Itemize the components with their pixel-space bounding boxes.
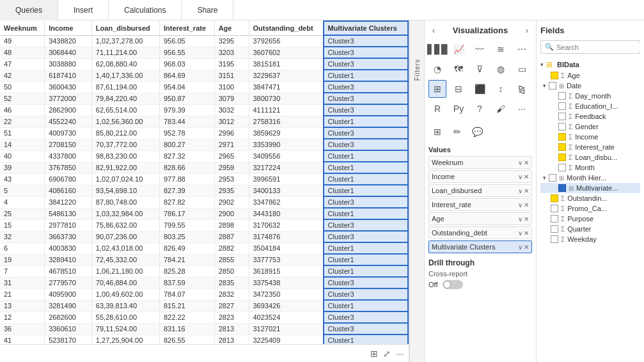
field-item[interactable]: ΣPurpose xyxy=(540,214,640,224)
field-item[interactable]: ΣIncome xyxy=(540,132,640,142)
viz-icon-ribbon[interactable]: ≋ xyxy=(492,40,510,58)
filter-icon[interactable]: ⊞ xyxy=(370,349,378,359)
viz-icon-card[interactable]: ▭ xyxy=(513,60,531,78)
viz-icon-bar[interactable]: ▋▊▉ xyxy=(428,40,446,58)
values-item[interactable]: Weeknum ∨ ✕ xyxy=(428,156,532,169)
table-cell: 14 xyxy=(0,139,45,150)
viz-icon-scatter[interactable]: ⋯ xyxy=(513,40,531,58)
field-checkbox[interactable] xyxy=(558,143,566,151)
viz-icon-waterfall[interactable]: ↕ xyxy=(492,80,510,98)
table-row: 4261874101,40,17,336.00864.6931513229637… xyxy=(0,70,408,81)
viz-back-chevron[interactable]: ‹ xyxy=(428,26,439,35)
viz-icon-qna[interactable]: ? xyxy=(471,100,489,118)
field-checkbox[interactable] xyxy=(558,102,566,110)
field-checkbox[interactable] xyxy=(558,153,566,161)
field-item[interactable]: ΣInterest_rate xyxy=(540,142,640,152)
field-checkbox[interactable] xyxy=(558,113,566,120)
toggle-switch[interactable] xyxy=(443,280,463,289)
viz-icon-gauge[interactable]: ◍ xyxy=(492,60,510,78)
field-item[interactable]: ΣMonth xyxy=(540,162,640,173)
viz-icon-area[interactable]: 〰 xyxy=(471,40,489,58)
viz-icon-pie[interactable]: ◔ xyxy=(428,60,446,78)
viz-icon-map[interactable]: 🗺 xyxy=(450,60,467,78)
field-checkbox[interactable] xyxy=(558,164,566,171)
field-checkbox[interactable] xyxy=(558,133,566,141)
table-cell: 52 xyxy=(0,93,45,104)
table-cell: 3607602 xyxy=(249,47,324,58)
field-item[interactable]: ΣWeekday xyxy=(540,234,640,244)
viz-icon-py[interactable]: Py xyxy=(450,100,467,118)
field-item[interactable]: ΣFeedback xyxy=(540,111,640,122)
data-table-wrapper[interactable]: Weeknum Income Loan_disbursed Interest_r… xyxy=(0,20,409,344)
nav-insert[interactable]: Insert xyxy=(58,0,109,20)
viz-icon-format[interactable]: 🖌 xyxy=(492,100,510,118)
field-item[interactable]: ⊞Multivariate... xyxy=(540,183,640,193)
values-item[interactable]: Loan_disbursed ∨ ✕ xyxy=(428,184,532,197)
table-cell: Cluster1 xyxy=(324,185,408,196)
table-cell: 3618915 xyxy=(249,265,324,277)
field-checkbox[interactable] xyxy=(551,235,558,243)
nav-calculations[interactable]: Calculations xyxy=(109,0,182,20)
viz-icon-combo[interactable]: ⧎ xyxy=(513,80,531,98)
viz-icon-funnel[interactable]: ⊽ xyxy=(471,60,489,78)
values-item-label: Interest_rate xyxy=(432,201,518,209)
field-item[interactable]: ΣEducation_I... xyxy=(540,101,640,111)
table-cell: 55,28,610.00 xyxy=(91,311,159,323)
field-item[interactable]: ΣPromo_Ca... xyxy=(540,203,640,214)
viz-icon-more[interactable]: ··· xyxy=(513,100,531,118)
field-checkbox[interactable] xyxy=(551,225,558,233)
table-cell: 3195 xyxy=(214,58,249,70)
values-item[interactable]: Income ∨ ✕ xyxy=(428,170,532,183)
field-label: Feedback xyxy=(575,113,606,120)
viz-forward-chevron[interactable]: › xyxy=(522,26,532,35)
field-checkbox[interactable] xyxy=(558,92,566,100)
viz-icon-matrix[interactable]: ⊟ xyxy=(450,80,467,98)
values-item[interactable]: Multivariate Clusters ∨ ✕ xyxy=(428,240,532,253)
values-x-icon[interactable]: ✕ xyxy=(524,201,529,209)
field-item[interactable]: ΣLoan_disbu... xyxy=(540,152,640,162)
values-item[interactable]: Outstanding_debt ∨ ✕ xyxy=(428,226,532,239)
values-x-icon[interactable]: ✕ xyxy=(524,216,529,223)
field-checkbox[interactable] xyxy=(551,194,558,202)
field-item[interactable]: ΣAge xyxy=(540,70,640,81)
field-item[interactable]: ΣQuarter xyxy=(540,224,640,234)
field-item-month-hier[interactable]: ▾ ⊞ Month Hier... xyxy=(540,173,640,183)
table-cell: 3289410 xyxy=(45,254,92,265)
field-label: Quarter xyxy=(567,225,591,233)
field-item[interactable]: ΣDay_month xyxy=(540,91,640,101)
expand-icon[interactable]: ⤢ xyxy=(383,349,391,359)
table-cell: 3859629 xyxy=(249,127,324,139)
field-checkbox-monthh[interactable] xyxy=(549,174,556,182)
field-group-header-bidata[interactable]: ▾ ⊞ BIData xyxy=(540,59,640,70)
field-type-icon: Σ xyxy=(569,93,572,100)
viz-icon-treemap[interactable]: ⬛ xyxy=(471,80,489,98)
viz-icon-ai[interactable]: R xyxy=(428,100,446,118)
field-checkbox-date[interactable] xyxy=(549,82,556,90)
field-item[interactable]: ΣOutstandin... xyxy=(540,193,640,203)
values-x-icon[interactable]: ✕ xyxy=(524,230,529,237)
viz-icon-table[interactable]: ⊞ xyxy=(428,80,446,98)
field-checkbox[interactable] xyxy=(551,72,558,79)
more-icon[interactable]: ··· xyxy=(396,349,404,359)
values-x-icon[interactable]: ✕ xyxy=(524,159,529,166)
viz-icon-line[interactable]: 📈 xyxy=(450,40,467,58)
viz-icon-pencil[interactable]: ✏ xyxy=(448,123,466,141)
values-item[interactable]: Age ∨ ✕ xyxy=(428,212,532,225)
field-checkbox[interactable] xyxy=(558,123,566,130)
data-table: Weeknum Income Loan_disbursed Interest_r… xyxy=(0,20,409,344)
field-checkbox[interactable] xyxy=(551,205,558,212)
search-input[interactable] xyxy=(556,43,644,51)
field-checkbox[interactable] xyxy=(558,184,566,192)
values-x-icon[interactable]: ✕ xyxy=(524,173,529,180)
viz-icon-tooltip[interactable]: 💬 xyxy=(468,123,486,141)
nav-share[interactable]: Share xyxy=(182,0,233,20)
values-item[interactable]: Interest_rate ∨ ✕ xyxy=(428,198,532,211)
table-cell: 62,65,514.00 xyxy=(91,104,159,116)
field-item-date[interactable]: ▾ ⊞ Date xyxy=(540,81,640,91)
field-checkbox[interactable] xyxy=(551,215,558,223)
values-x-icon[interactable]: ✕ xyxy=(524,187,529,194)
values-x-icon[interactable]: ✕ xyxy=(524,244,529,251)
field-item[interactable]: ΣGender xyxy=(540,122,640,132)
viz-icon-filter2[interactable]: ⊞ xyxy=(428,123,446,141)
nav-queries[interactable]: Queries xyxy=(0,0,58,20)
